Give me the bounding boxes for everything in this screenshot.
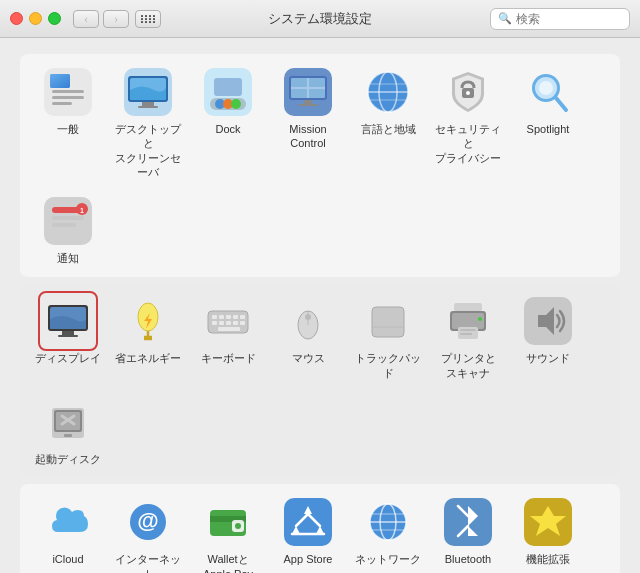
svg-rect-59	[212, 321, 217, 325]
svg-rect-2	[50, 74, 70, 88]
wallet-label: WalletとApple Pay	[203, 552, 253, 573]
mouse-label: マウス	[292, 351, 325, 365]
spotlight-label: Spotlight	[527, 122, 570, 136]
back-button[interactable]: ‹	[73, 10, 99, 28]
sidebar-item-ippan[interactable]: 一般	[28, 58, 108, 187]
svg-rect-22	[291, 89, 307, 98]
energy-label: 省エネルギー	[115, 351, 181, 365]
sidebar-item-trackpad[interactable]: トラックパッド	[348, 287, 428, 388]
section-3: iCloud @ インターネットアカウント	[20, 484, 620, 573]
maximize-button[interactable]	[48, 12, 61, 25]
grid-view-button[interactable]	[135, 10, 161, 28]
security-label: セキュリティとプライバシー	[432, 122, 504, 165]
sidebar-item-notification[interactable]: 1 通知	[28, 187, 108, 273]
minimize-button[interactable]	[29, 12, 42, 25]
svg-rect-76	[460, 333, 472, 335]
svg-rect-62	[233, 321, 238, 325]
mission-label: MissionControl	[289, 122, 326, 151]
extensions-label: 機能拡張	[526, 552, 570, 566]
nav-buttons: ‹ ›	[73, 10, 129, 28]
svg-rect-46	[62, 331, 74, 335]
sidebar-item-bluetooth[interactable]: Bluetooth	[428, 488, 508, 573]
svg-rect-73	[452, 313, 484, 329]
svg-line-36	[556, 98, 566, 110]
titlebar: ‹ › システム環境設定 🔍	[0, 0, 640, 38]
svg-rect-64	[218, 327, 240, 331]
svg-rect-58	[240, 315, 245, 319]
svg-rect-24	[304, 100, 312, 104]
desktop-label: デスクトップとスクリーンセーバ	[112, 122, 184, 179]
sidebar-item-appstore[interactable]: App Store	[268, 488, 348, 573]
sidebar-item-mission[interactable]: MissionControl	[268, 58, 348, 187]
startup-label: 起動ディスク	[35, 452, 101, 466]
printer-label: プリンタとスキャナ	[441, 351, 496, 380]
search-box[interactable]: 🔍	[490, 8, 630, 30]
svg-rect-25	[298, 104, 318, 106]
sidebar-item-extensions[interactable]: 機能拡張	[508, 488, 588, 573]
appstore-label: App Store	[284, 552, 333, 566]
sidebar-item-dock[interactable]: Dock	[188, 58, 268, 187]
svg-point-91	[235, 523, 241, 529]
svg-rect-71	[454, 303, 482, 311]
sidebar-item-security[interactable]: セキュリティとプライバシー	[428, 58, 508, 187]
svg-point-37	[539, 81, 553, 95]
sidebar-item-internet[interactable]: @ インターネットアカウント	[108, 488, 188, 573]
sidebar-item-sound[interactable]: サウンド	[508, 287, 588, 388]
svg-text:@: @	[137, 508, 158, 533]
svg-point-15	[231, 99, 241, 109]
sidebar-item-printer[interactable]: プリンタとスキャナ	[428, 287, 508, 388]
sidebar-item-startup[interactable]: 起動ディスク	[28, 388, 108, 474]
sidebar-item-icloud[interactable]: iCloud	[28, 488, 108, 573]
display-label: ディスプレイ	[35, 351, 101, 365]
svg-rect-60	[219, 321, 224, 325]
sidebar-item-network[interactable]: ネットワーク	[348, 488, 428, 573]
keyboard-label: キーボード	[201, 351, 256, 365]
sidebar-item-spotlight[interactable]: Spotlight	[508, 58, 588, 187]
section-1: 一般 デスクトップとスクリーンセーバ	[20, 54, 620, 277]
svg-rect-69	[372, 307, 404, 337]
window-title: システム環境設定	[268, 10, 372, 28]
dock-label: Dock	[215, 122, 240, 136]
svg-rect-54	[212, 315, 217, 319]
svg-rect-57	[233, 315, 238, 319]
search-input[interactable]	[516, 12, 622, 26]
svg-rect-20	[291, 78, 307, 87]
section-3-grid: iCloud @ インターネットアカウント	[28, 488, 612, 573]
sidebar-item-desktop[interactable]: デスクトップとスクリーンセーバ	[108, 58, 188, 187]
svg-rect-92	[284, 498, 332, 546]
section-2-grid: ディスプレイ 省エネルギー	[28, 287, 612, 474]
svg-rect-47	[58, 335, 78, 337]
internet-label: インターネットアカウント	[112, 552, 184, 573]
sidebar-item-language[interactable]: 言語と地域	[348, 58, 428, 187]
close-button[interactable]	[10, 12, 23, 25]
svg-rect-10	[138, 106, 158, 108]
svg-rect-61	[226, 321, 231, 325]
sidebar-item-display[interactable]: ディスプレイ	[28, 287, 108, 388]
ippan-label: 一般	[57, 122, 79, 136]
svg-rect-3	[52, 90, 84, 93]
svg-rect-83	[64, 434, 72, 437]
sound-label: サウンド	[526, 351, 570, 365]
icloud-label: iCloud	[52, 552, 83, 566]
svg-point-77	[478, 317, 482, 321]
forward-button[interactable]: ›	[103, 10, 129, 28]
svg-point-33	[466, 91, 470, 95]
sidebar-item-wallet[interactable]: WalletとApple Pay	[188, 488, 268, 573]
svg-text:1: 1	[80, 207, 84, 214]
search-icon: 🔍	[498, 12, 512, 25]
svg-rect-40	[52, 216, 84, 220]
notification-label: 通知	[57, 251, 79, 265]
sidebar-item-keyboard[interactable]: キーボード	[188, 287, 268, 388]
svg-rect-41	[52, 223, 76, 227]
svg-rect-75	[460, 329, 476, 331]
svg-rect-4	[52, 96, 84, 99]
section-1-grid: 一般 デスクトップとスクリーンセーバ	[28, 58, 612, 273]
sidebar-item-energy[interactable]: 省エネルギー	[108, 287, 188, 388]
network-label: ネットワーク	[355, 552, 421, 566]
language-label: 言語と地域	[361, 122, 416, 136]
trackpad-label: トラックパッド	[352, 351, 424, 380]
section-2: ディスプレイ 省エネルギー	[20, 283, 620, 478]
sidebar-item-mouse[interactable]: マウス	[268, 287, 348, 388]
svg-rect-23	[309, 89, 325, 98]
svg-rect-63	[240, 321, 245, 325]
